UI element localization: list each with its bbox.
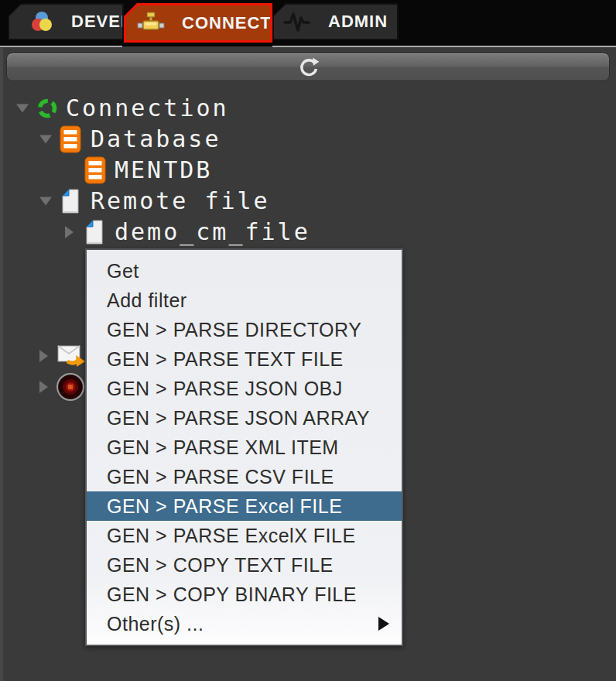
- record-icon: [56, 372, 85, 402]
- expander-right-icon[interactable]: [39, 350, 48, 362]
- context-menu: Get Add filter GEN > PARSE DIRECTORY GEN…: [85, 248, 403, 646]
- color-circles-icon: [29, 9, 54, 34]
- menu-item-gen-parse-xml-item[interactable]: GEN > PARSE XML ITEM: [87, 433, 402, 462]
- menu-item-gen-copy-text-file[interactable]: GEN > COPY TEXT FILE: [87, 550, 402, 580]
- database-icon: [60, 125, 81, 153]
- tree-item-connection[interactable]: Connection: [0, 93, 616, 124]
- tab-connect[interactable]: CONNECT: [124, 3, 272, 43]
- tree-item-label: Remote file: [91, 186, 270, 217]
- expander-down-icon[interactable]: [39, 197, 52, 206]
- menu-item-gen-copy-binary-file[interactable]: GEN > COPY BINARY FILE: [87, 580, 402, 609]
- tab-admin[interactable]: ADMIN: [272, 3, 399, 40]
- tree-item-mentdb[interactable]: MENTDB: [0, 155, 616, 186]
- menu-item-gen-parse-text-file[interactable]: GEN > PARSE TEXT FILE: [87, 344, 402, 374]
- pulse-icon: [283, 9, 311, 35]
- tab-admin-label: ADMIN: [328, 12, 388, 32]
- tabband-underline: [272, 46, 616, 47]
- tab-devel[interactable]: DEVEL: [8, 3, 124, 40]
- expander-right-icon[interactable]: [65, 226, 74, 238]
- menu-item-others[interactable]: Other(s) ...: [87, 609, 402, 638]
- file-icon: [61, 189, 80, 214]
- menu-item-add-filter[interactable]: Add filter: [87, 286, 402, 315]
- tree-item-label: Database: [91, 124, 221, 155]
- tree-item-label: Connection: [66, 93, 229, 124]
- file-icon: [85, 220, 104, 245]
- tab-bar: DEVEL CONNECT: [0, 0, 616, 46]
- refresh-icon: [296, 55, 320, 80]
- tab-devel-label: DEVEL: [71, 12, 132, 32]
- menu-item-gen-parse-excel-file[interactable]: GEN > PARSE Excel FILE: [87, 491, 402, 521]
- connection-icon: [36, 97, 59, 120]
- tree-item-database[interactable]: Database: [0, 124, 616, 155]
- tree-item-label: demo_cm_file: [115, 217, 310, 248]
- tab-connect-label: CONNECT: [182, 13, 272, 33]
- menu-item-gen-parse-directory[interactable]: GEN > PARSE DIRECTORY: [87, 315, 402, 344]
- mail-export-icon: [57, 343, 87, 369]
- network-icon: [137, 11, 165, 36]
- menu-item-gen-parse-csv-file[interactable]: GEN > PARSE CSV FILE: [87, 462, 402, 491]
- expander-right-icon[interactable]: [39, 381, 48, 393]
- menu-item-gen-parse-json-obj[interactable]: GEN > PARSE JSON OBJ: [87, 374, 402, 403]
- tree-item-demo-cm-file[interactable]: demo_cm_file: [0, 217, 616, 248]
- tree-item-label: MENTDB: [115, 155, 212, 186]
- tabband-underline: [0, 46, 122, 47]
- submenu-arrow-icon: [378, 617, 389, 631]
- menu-item-gen-parse-excelx-file[interactable]: GEN > PARSE ExcelX FILE: [87, 521, 402, 550]
- expander-down-icon[interactable]: [16, 104, 29, 113]
- refresh-button[interactable]: [6, 53, 610, 81]
- menu-item-gen-parse-json-array[interactable]: GEN > PARSE JSON ARRAY: [87, 403, 402, 433]
- expander-down-icon[interactable]: [39, 135, 52, 144]
- database-icon: [84, 156, 106, 184]
- menu-item-get[interactable]: Get: [87, 256, 402, 286]
- tree-item-remote-file[interactable]: Remote file: [0, 186, 616, 217]
